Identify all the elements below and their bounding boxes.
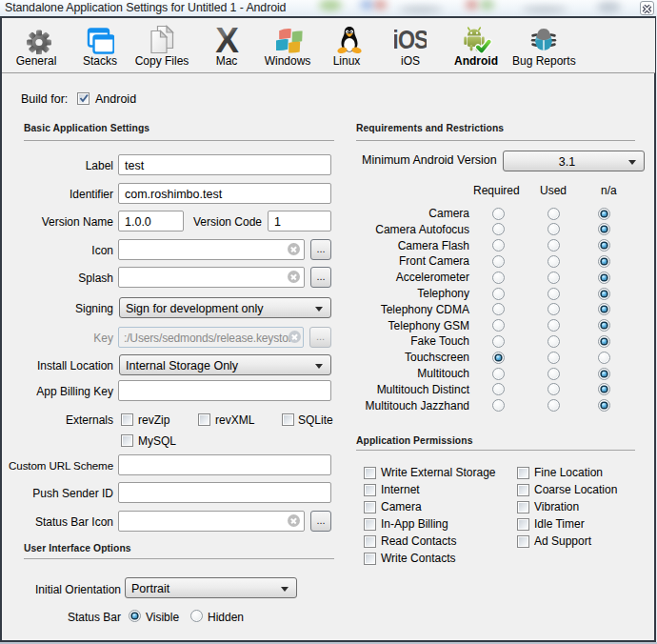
svg-text:iOS: iOS [394, 26, 427, 54]
svg-text:X: X [215, 25, 239, 54]
